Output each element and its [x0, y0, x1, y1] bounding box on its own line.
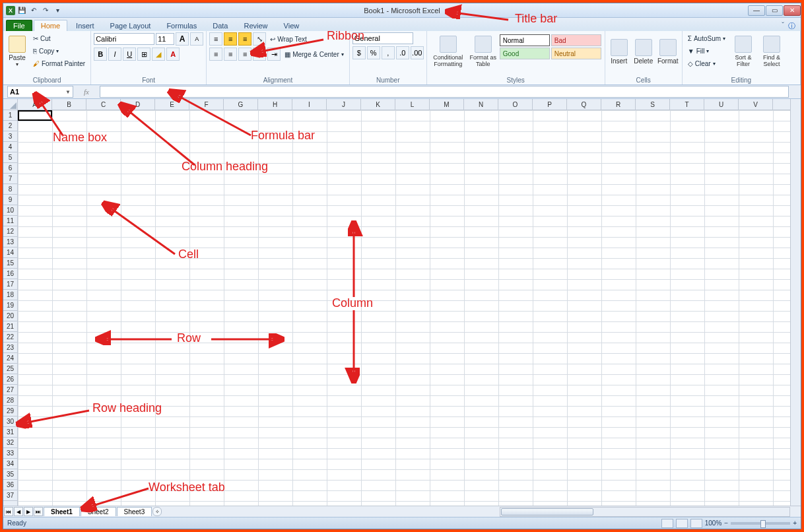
column-header[interactable]: P: [533, 99, 567, 110]
sheet-tab-1[interactable]: Sheet1: [44, 507, 80, 516]
row-header[interactable]: 11: [3, 216, 17, 226]
row-header[interactable]: 26: [3, 374, 17, 385]
tab-nav-first[interactable]: ⏮: [4, 507, 13, 516]
column-header[interactable]: F: [189, 99, 224, 110]
row-header[interactable]: 5: [3, 152, 17, 163]
minimize-button[interactable]: —: [748, 5, 765, 16]
column-header[interactable]: J: [327, 99, 361, 110]
number-format-select[interactable]: [352, 32, 413, 44]
zoom-out-button[interactable]: −: [724, 519, 728, 527]
column-header[interactable]: M: [430, 99, 464, 110]
row-header[interactable]: 10: [3, 205, 17, 216]
tab-home[interactable]: Home: [34, 20, 67, 31]
column-header[interactable]: E: [155, 99, 189, 110]
tab-nav-prev[interactable]: ◀: [14, 507, 23, 516]
column-header[interactable]: D: [121, 99, 155, 110]
row-header[interactable]: 28: [3, 395, 17, 406]
insert-cells-button[interactable]: Insert: [608, 32, 630, 71]
tab-formulas[interactable]: Formulas: [159, 20, 204, 31]
row-header[interactable]: 35: [3, 469, 17, 480]
column-header[interactable]: V: [739, 99, 773, 110]
new-sheet-button[interactable]: ✧: [152, 507, 162, 516]
qat-dropdown-icon[interactable]: ▾: [52, 5, 63, 16]
formula-bar-input[interactable]: [100, 86, 789, 98]
decrease-decimal-button[interactable]: .00: [411, 46, 424, 59]
format-cells-button[interactable]: Format: [657, 32, 679, 71]
column-header[interactable]: K: [361, 99, 395, 110]
name-box[interactable]: A1 ▼: [7, 86, 73, 98]
align-top-button[interactable]: ≡: [209, 32, 222, 46]
comma-button[interactable]: ,: [382, 46, 395, 59]
row-header[interactable]: 7: [3, 174, 17, 184]
fill-color-button[interactable]: ◢: [152, 48, 165, 61]
column-header[interactable]: T: [670, 99, 704, 110]
horizontal-scrollbar[interactable]: [500, 507, 790, 517]
delete-cells-button[interactable]: Delete: [632, 32, 655, 71]
select-all-button[interactable]: [3, 99, 17, 110]
format-painter-button[interactable]: 🖌Format Painter: [30, 57, 88, 69]
maximize-button[interactable]: ▭: [766, 5, 783, 16]
shrink-font-button[interactable]: A: [190, 32, 203, 46]
redo-button[interactable]: ↷: [40, 5, 51, 16]
column-header[interactable]: U: [704, 99, 739, 110]
row-header[interactable]: 32: [3, 438, 17, 448]
font-size-input[interactable]: [156, 33, 174, 45]
align-center-button[interactable]: ≡: [224, 48, 237, 61]
column-header[interactable]: N: [464, 99, 498, 110]
find-select-button[interactable]: Find & Select: [758, 32, 785, 71]
font-name-input[interactable]: [94, 33, 154, 45]
tab-page-layout[interactable]: Page Layout: [103, 20, 158, 31]
sheet-tab-2[interactable]: Sheet2: [81, 507, 116, 516]
row-header[interactable]: 12: [3, 226, 17, 237]
percent-button[interactable]: %: [367, 46, 380, 59]
vertical-scrollbar[interactable]: [790, 99, 801, 506]
italic-button[interactable]: I: [108, 48, 121, 61]
tab-file[interactable]: File: [6, 20, 32, 31]
tab-nav-next[interactable]: ▶: [24, 507, 33, 516]
format-as-table-button[interactable]: Format as Table: [469, 32, 498, 71]
row-header[interactable]: 3: [3, 131, 17, 142]
row-header[interactable]: 34: [3, 459, 17, 469]
tab-data[interactable]: Data: [205, 20, 235, 31]
cut-button[interactable]: ✂Cut: [30, 32, 88, 44]
column-header[interactable]: I: [292, 99, 327, 110]
row-header[interactable]: 25: [3, 364, 17, 374]
sheet-tab-3[interactable]: Sheet3: [117, 507, 152, 516]
row-header[interactable]: 23: [3, 343, 17, 353]
border-button[interactable]: ⊞: [137, 48, 151, 61]
row-header[interactable]: 36: [3, 480, 17, 490]
merge-center-button[interactable]: ▦Merge & Center▾: [282, 48, 347, 60]
clear-button[interactable]: ◇Clear▾: [685, 57, 728, 69]
tab-nav-last[interactable]: ⏭: [34, 507, 43, 516]
align-left-button[interactable]: ≡: [209, 48, 222, 61]
tab-insert[interactable]: Insert: [69, 20, 102, 31]
row-header[interactable]: 13: [3, 237, 17, 248]
zoom-in-button[interactable]: +: [793, 519, 797, 527]
copy-button[interactable]: ⎘Copy▾: [30, 45, 88, 57]
align-bottom-button[interactable]: ≡: [238, 32, 251, 46]
increase-decimal-button[interactable]: .0: [396, 46, 409, 59]
style-good[interactable]: Good: [500, 48, 550, 59]
view-pagebreak-button[interactable]: [690, 519, 702, 528]
row-header[interactable]: 31: [3, 427, 17, 438]
row-header[interactable]: 27: [3, 385, 17, 395]
sort-filter-button[interactable]: Sort & Filter: [730, 32, 756, 71]
row-header[interactable]: 30: [3, 416, 17, 427]
cell-grid[interactable]: [18, 110, 790, 506]
tab-review[interactable]: Review: [236, 20, 275, 31]
row-header[interactable]: 21: [3, 321, 17, 332]
column-header[interactable]: Q: [567, 99, 601, 110]
zoom-slider[interactable]: [731, 522, 790, 525]
decrease-indent-button[interactable]: ⇤: [253, 48, 266, 61]
save-button[interactable]: 💾: [17, 5, 27, 16]
row-header[interactable]: 24: [3, 353, 17, 364]
style-normal[interactable]: Normal: [500, 34, 550, 46]
column-header[interactable]: S: [636, 99, 670, 110]
help-icon[interactable]: ⓘ: [788, 21, 795, 31]
view-layout-button[interactable]: [676, 519, 688, 528]
column-header[interactable]: R: [601, 99, 636, 110]
close-button[interactable]: ✕: [784, 5, 801, 16]
column-header[interactable]: B: [52, 99, 86, 110]
paste-button[interactable]: Paste▾: [6, 32, 28, 71]
row-header[interactable]: 15: [3, 258, 17, 269]
